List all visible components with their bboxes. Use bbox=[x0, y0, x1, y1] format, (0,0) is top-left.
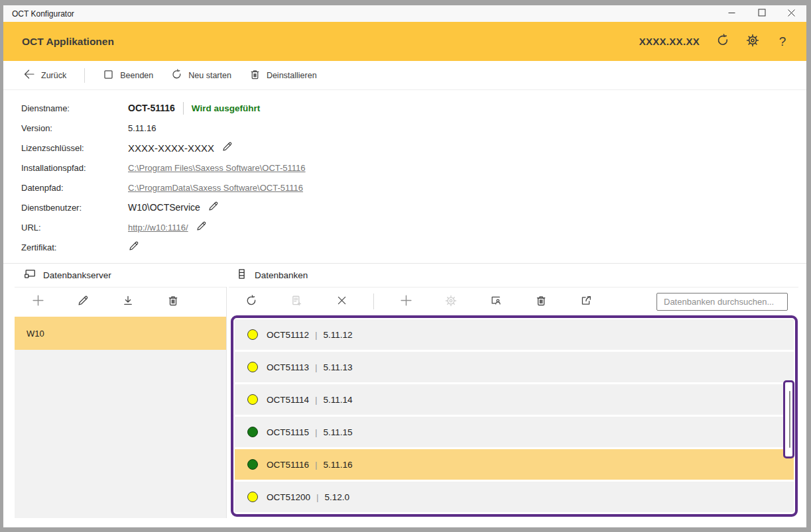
minimize-button[interactable] bbox=[717, 5, 747, 22]
delete-server-button[interactable] bbox=[160, 290, 186, 313]
close-icon bbox=[788, 9, 795, 19]
database-list-item[interactable]: OCT51200 | 5.12.0 bbox=[235, 482, 794, 512]
edit-url-button[interactable] bbox=[196, 221, 207, 234]
pipe-separator: | bbox=[316, 492, 319, 502]
database-list-item-selected[interactable]: OCT51116 | 5.11.16 bbox=[235, 449, 794, 480]
restart-icon bbox=[171, 69, 182, 82]
toolbar-separator bbox=[373, 293, 374, 309]
database-list-item[interactable]: OCT51112 | 5.11.12 bbox=[235, 319, 794, 350]
data-path-link[interactable]: C:\ProgramData\Saxess Software\OCT-51116 bbox=[128, 183, 303, 193]
detail-label: Zertifikat: bbox=[21, 242, 128, 252]
service-url-link[interactable]: http://w10:1116/ bbox=[128, 223, 188, 233]
trash-icon bbox=[535, 295, 547, 309]
window-controls bbox=[717, 5, 806, 22]
close-button[interactable] bbox=[777, 5, 806, 22]
version-value: 5.11.16 bbox=[128, 123, 156, 133]
list-scrollbar[interactable] bbox=[783, 380, 794, 458]
pipe-separator: | bbox=[315, 330, 318, 340]
user-permissions-button[interactable] bbox=[483, 290, 509, 313]
version-placeholder: XXXX.XX.XX bbox=[639, 36, 700, 47]
share-database-button[interactable] bbox=[573, 290, 599, 313]
pencil-icon bbox=[196, 221, 207, 234]
detail-label: URL: bbox=[21, 223, 128, 233]
stop-icon bbox=[103, 69, 114, 82]
refresh-button[interactable] bbox=[715, 34, 731, 50]
gear-icon bbox=[445, 295, 457, 309]
edit-server-button[interactable] bbox=[70, 290, 96, 313]
database-version: 5.11.12 bbox=[324, 330, 353, 340]
database-name: OCT51200 bbox=[267, 492, 310, 502]
restart-service-button[interactable]: Neu starten bbox=[171, 69, 231, 82]
server-toolbar bbox=[15, 287, 226, 315]
plus-icon bbox=[400, 294, 412, 309]
app-window: OCT Konfigurator OCT Applikationen XXXX.… bbox=[3, 5, 806, 527]
database-name: OCT51112 bbox=[267, 330, 309, 340]
x-icon bbox=[336, 295, 347, 308]
status-yellow-icon bbox=[247, 362, 258, 372]
pencil-icon bbox=[128, 240, 139, 254]
database-server-header: Datenbankserver bbox=[3, 268, 229, 282]
status-yellow-icon bbox=[247, 394, 258, 405]
user-frame-icon bbox=[490, 295, 503, 308]
edit-certificate-button[interactable] bbox=[128, 240, 139, 254]
detail-label: Datenpfad: bbox=[21, 183, 128, 193]
back-button[interactable]: Zurück bbox=[23, 68, 66, 82]
detail-row-version: Version: 5.11.16 bbox=[21, 118, 806, 138]
edit-service-user-button[interactable] bbox=[208, 201, 219, 214]
pencil-icon bbox=[221, 141, 233, 154]
database-list: OCT51112 | 5.11.12 OCT51113 | 5.11.13 OC… bbox=[231, 315, 798, 517]
maximize-button[interactable] bbox=[747, 5, 777, 22]
trash-icon bbox=[167, 295, 179, 309]
add-database-button[interactable] bbox=[393, 290, 419, 313]
refresh-icon bbox=[716, 34, 729, 49]
service-user-value: W10\OCTService bbox=[128, 202, 200, 213]
edit-license-button[interactable] bbox=[221, 141, 233, 154]
detail-row-url: URL: http://w10:1116/ bbox=[21, 217, 806, 237]
script-add-button[interactable] bbox=[283, 290, 310, 313]
maximize-icon bbox=[758, 9, 766, 19]
uninstall-button[interactable]: Deinstallieren bbox=[249, 69, 317, 82]
service-details: Dienstname: OCT-51116 Wird ausgeführt Ve… bbox=[3, 90, 806, 263]
install-path-link[interactable]: C:\Program Files\Saxess Software\OCT-511… bbox=[128, 163, 306, 173]
download-icon bbox=[122, 295, 134, 309]
plus-icon bbox=[32, 294, 44, 309]
close-database-button[interactable] bbox=[328, 290, 355, 313]
database-version: 5.11.16 bbox=[324, 460, 353, 470]
database-name: OCT51115 bbox=[267, 427, 309, 437]
database-version: 5.12.0 bbox=[325, 492, 350, 502]
database-search-input[interactable] bbox=[656, 293, 788, 311]
stop-label: Beenden bbox=[120, 71, 153, 80]
database-toolbar bbox=[229, 287, 798, 315]
database-name: OCT51114 bbox=[267, 395, 309, 405]
database-settings-button[interactable] bbox=[438, 290, 464, 313]
import-server-button[interactable] bbox=[115, 290, 141, 313]
database-list-item[interactable]: OCT51113 | 5.11.13 bbox=[235, 352, 794, 382]
refresh-databases-button[interactable] bbox=[238, 290, 265, 313]
detail-row-dienstbenutzer: Dienstbenutzer: W10\OCTService bbox=[21, 197, 806, 217]
help-button[interactable]: ? bbox=[775, 34, 790, 50]
detail-label: Dienstbenutzer: bbox=[21, 203, 128, 213]
database-list-item[interactable]: OCT51115 | 5.11.15 bbox=[235, 417, 794, 447]
add-server-button[interactable] bbox=[25, 290, 51, 313]
detail-row-lizenzschluessel: Lizenzschlüssel: XXXX-XXXX-XXXX bbox=[21, 138, 806, 158]
stop-service-button[interactable]: Beenden bbox=[103, 69, 153, 82]
databases-title: Datenbanken bbox=[255, 270, 308, 280]
delete-database-button[interactable] bbox=[528, 290, 554, 313]
pipe-separator: | bbox=[315, 460, 318, 470]
pipe-separator: | bbox=[315, 362, 318, 372]
desktop: { "window": { "title": "OCT Konfigurator… bbox=[0, 0, 811, 532]
window-title: OCT Konfigurator bbox=[3, 9, 717, 19]
status-yellow-icon bbox=[247, 492, 258, 502]
detail-row-dienstname: Dienstname: OCT-51116 Wird ausgeführt bbox=[21, 98, 806, 118]
database-icon bbox=[236, 268, 247, 282]
license-key-value: XXXX-XXXX-XXXX bbox=[128, 142, 214, 154]
scrollbar-thumb[interactable] bbox=[789, 391, 790, 448]
detail-label: Installationspfad: bbox=[21, 163, 128, 173]
database-list-item[interactable]: OCT51114 | 5.11.14 bbox=[235, 384, 794, 415]
detail-row-installationspfad: Installationspfad: C:\Program Files\Saxe… bbox=[21, 158, 806, 178]
server-name: W10 bbox=[27, 329, 44, 339]
settings-button[interactable] bbox=[745, 34, 761, 50]
app-header-actions: XXXX.XX.XX ? bbox=[639, 34, 790, 50]
toolbar-separator bbox=[84, 68, 85, 83]
server-list-item-w10[interactable]: W10 bbox=[15, 317, 226, 350]
